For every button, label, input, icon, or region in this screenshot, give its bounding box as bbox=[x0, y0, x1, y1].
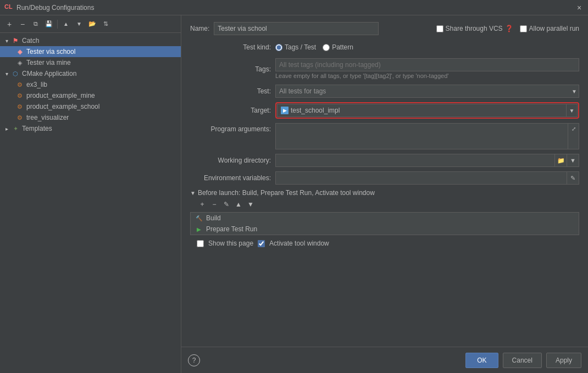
tags-test-option[interactable]: Tags / Test bbox=[275, 43, 316, 51]
show-page-label: Show this page bbox=[208, 240, 253, 247]
program-args-row: Program arguments: ⤢ bbox=[190, 123, 579, 149]
dialog-title: Run/Debug Configurations bbox=[16, 4, 575, 12]
tags-test-radio[interactable] bbox=[275, 44, 282, 51]
move-down-button[interactable]: ▼ bbox=[73, 18, 85, 30]
title-bar: CL Run/Debug Configurations × bbox=[0, 0, 588, 15]
apply-button[interactable]: Apply bbox=[546, 353, 581, 368]
toolbar-separator bbox=[57, 20, 58, 29]
cmake-item-icon: ⚙ bbox=[15, 80, 24, 89]
close-button[interactable]: × bbox=[575, 3, 584, 12]
remove-config-button[interactable]: − bbox=[16, 18, 29, 30]
test-row: Test: All tests for tags ▼ bbox=[190, 85, 579, 98]
before-launch-label: Before launch: Build, Prepare Test Run, … bbox=[198, 189, 375, 197]
env-vars-row: Environment variables: ✎ bbox=[190, 171, 579, 185]
tree-item-templates[interactable]: ▸ ✦ Templates bbox=[0, 123, 181, 134]
tree-item-tester-via-mine[interactable]: ◈ Tester via mine bbox=[0, 57, 181, 68]
pattern-radio[interactable] bbox=[323, 44, 330, 51]
env-vars-input[interactable] bbox=[275, 171, 567, 185]
open-dir-button[interactable]: 📁 bbox=[555, 154, 567, 167]
dir-dropdown-button[interactable]: ▼ bbox=[567, 154, 579, 167]
save-config-button[interactable]: 💾 bbox=[43, 18, 55, 30]
env-vars-edit-button[interactable]: ✎ bbox=[567, 171, 579, 185]
cmake-item-icon: ⚙ bbox=[15, 102, 24, 111]
test-kind-row: Test kind: Tags / Test Pattern bbox=[190, 41, 579, 54]
add-config-button[interactable]: + bbox=[3, 18, 15, 30]
left-panel: + − ⧉ 💾 ▲ ▼ 📂 ⇅ ▾ ⚑ Catch ◈ Tester via s… bbox=[0, 15, 181, 373]
tester-school-icon: ◈ bbox=[15, 47, 24, 56]
target-control: ▶ test_school_impl ▼ bbox=[275, 102, 579, 119]
collapse-arrow-icon[interactable]: ▼ bbox=[190, 190, 196, 196]
chevron-right-icon: ▸ bbox=[2, 126, 11, 132]
allow-parallel-checkbox[interactable] bbox=[520, 25, 527, 32]
test-select[interactable]: All tests for tags bbox=[275, 85, 579, 98]
config-toolbar: + − ⧉ 💾 ▲ ▼ 📂 ⇅ bbox=[0, 15, 181, 33]
before-launch-section: ▼ Before launch: Build, Prepare Test Run… bbox=[190, 189, 579, 247]
tree-item-catch[interactable]: ▾ ⚑ Catch bbox=[0, 35, 181, 46]
allow-parallel-label: Allow parallel run bbox=[520, 25, 579, 32]
tree-item-product-example-school[interactable]: ⚙ product_example_school bbox=[0, 101, 181, 112]
tree-item-label: Catch bbox=[22, 37, 39, 44]
sort-button[interactable]: ⇅ bbox=[99, 18, 112, 30]
cancel-button[interactable]: Cancel bbox=[503, 353, 542, 368]
show-page-checkbox[interactable] bbox=[197, 240, 204, 247]
bl-item-build[interactable]: 🔨 Build bbox=[191, 213, 579, 224]
activate-tool-checkbox[interactable] bbox=[258, 240, 265, 247]
program-args-control: ⤢ bbox=[275, 123, 579, 149]
name-right: Share through VCS ❓ Allow parallel run bbox=[436, 25, 579, 32]
catch-group-icon: ⚑ bbox=[11, 36, 20, 45]
move-up-button[interactable]: ▲ bbox=[60, 18, 72, 30]
bl-remove-button[interactable]: − bbox=[209, 199, 220, 210]
tree-item-cmake-application[interactable]: ▾ ⬡ CMake Application bbox=[0, 68, 181, 79]
expand-args-button[interactable]: ⤢ bbox=[568, 123, 579, 149]
target-dropdown-arrow[interactable]: ▼ bbox=[567, 104, 578, 117]
tree-item-product-example-mine[interactable]: ⚙ product_example_mine bbox=[0, 90, 181, 101]
tree-item-tester-via-school[interactable]: ◈ Tester via school bbox=[0, 46, 181, 57]
share-vcs-checkbox[interactable] bbox=[436, 25, 443, 32]
name-row: Name: Share through VCS ❓ Allow parallel… bbox=[190, 22, 579, 35]
target-run-icon: ▶ bbox=[281, 107, 289, 114]
tree-item-label: Tester via school bbox=[26, 48, 75, 55]
env-vars-label: Environment variables: bbox=[190, 174, 275, 182]
tree-item-label: product_example_school bbox=[26, 103, 99, 110]
pattern-option[interactable]: Pattern bbox=[323, 43, 353, 51]
before-launch-header: ▼ Before launch: Build, Prepare Test Run… bbox=[190, 189, 579, 197]
tester-mine-icon: ◈ bbox=[15, 58, 24, 67]
tree-item-tree-visualizer[interactable]: ⚙ tree_visualizer bbox=[0, 112, 181, 123]
bottom-bar: ? OK Cancel Apply bbox=[181, 347, 588, 373]
ok-button[interactable]: OK bbox=[465, 353, 498, 368]
window-controls: × bbox=[575, 3, 584, 12]
tree-item-ex3-lib[interactable]: ⚙ ex3_lib bbox=[0, 79, 181, 90]
target-value: test_school_impl bbox=[291, 107, 340, 114]
bl-prepare-label: Prepare Test Run bbox=[206, 225, 257, 233]
name-input[interactable] bbox=[214, 22, 379, 35]
target-content[interactable]: ▶ test_school_impl bbox=[277, 104, 567, 117]
tree-item-label: Templates bbox=[22, 125, 52, 132]
show-page-section: Show this page Activate tool window bbox=[190, 235, 579, 247]
cmake-item-icon: ⚙ bbox=[15, 91, 24, 100]
cmake-item-icon: ⚙ bbox=[15, 113, 24, 122]
open-folder-button[interactable]: 📂 bbox=[86, 18, 98, 30]
share-vcs-help-icon[interactable]: ❓ bbox=[505, 25, 513, 32]
bl-move-down-button[interactable]: ▼ bbox=[245, 199, 256, 210]
before-launch-toolbar: + − ✎ ▲ ▼ bbox=[190, 199, 579, 210]
target-label: Target: bbox=[190, 107, 275, 114]
config-tree: ▾ ⚑ Catch ◈ Tester via school ◈ Tester v… bbox=[0, 33, 181, 373]
tags-input[interactable] bbox=[275, 58, 579, 71]
test-run-icon: ▶ bbox=[195, 225, 203, 233]
tree-item-label: CMake Application bbox=[22, 70, 76, 77]
bl-build-label: Build bbox=[206, 214, 221, 222]
bl-edit-button[interactable]: ✎ bbox=[221, 199, 232, 210]
working-dir-label: Working directory: bbox=[190, 157, 275, 164]
bl-item-prepare-test-run[interactable]: ▶ Prepare Test Run bbox=[191, 224, 579, 235]
program-args-input[interactable] bbox=[275, 123, 568, 149]
copy-config-button[interactable]: ⧉ bbox=[30, 18, 42, 30]
hammer-icon: 🔨 bbox=[195, 214, 203, 222]
pattern-label: Pattern bbox=[332, 43, 353, 51]
before-launch-list: 🔨 Build ▶ Prepare Test Run bbox=[190, 212, 579, 235]
working-dir-input[interactable] bbox=[275, 154, 555, 167]
chevron-down-icon: ▾ bbox=[2, 38, 11, 44]
help-button[interactable]: ? bbox=[188, 354, 200, 366]
bl-add-button[interactable]: + bbox=[197, 199, 208, 210]
share-vcs-label: Share through VCS ❓ bbox=[436, 25, 513, 32]
bl-move-up-button[interactable]: ▲ bbox=[233, 199, 244, 210]
